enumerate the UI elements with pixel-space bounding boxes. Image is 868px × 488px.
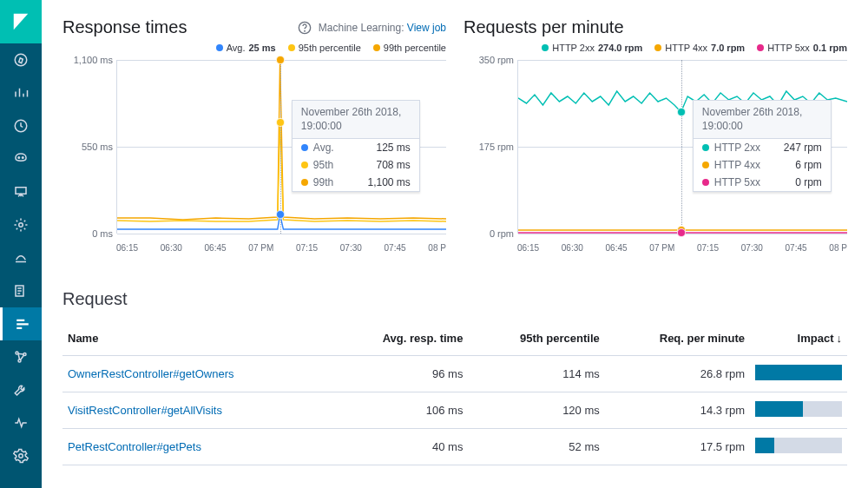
sidebar-item-uptime[interactable]	[0, 406, 42, 439]
sidebar-item-recent[interactable]	[0, 109, 42, 142]
x-tick: 06:15	[116, 243, 138, 253]
chart1-tooltip: November 26th 2018, 19:00:00 Avg.125 ms9…	[292, 100, 420, 192]
cell-avg: 40 ms	[331, 429, 469, 465]
legend-label: HTTP 5xx	[767, 43, 810, 53]
sidebar-item-apm[interactable]	[0, 307, 42, 340]
series-dot	[301, 162, 308, 168]
cell-p95: 114 ms	[468, 356, 604, 392]
col-impact[interactable]: Impact↓	[750, 325, 847, 356]
svg-point-3	[23, 157, 24, 159]
legend-item[interactable]: HTTP 5xx 0.1 rpm	[757, 43, 847, 53]
tooltip-value: 1,100 ms	[351, 176, 411, 188]
x-tick: 07:15	[697, 243, 719, 253]
x-tick: 07:15	[296, 243, 318, 253]
sidebar-item-metrics[interactable]	[0, 241, 42, 274]
legend-item[interactable]: Avg. 25 ms	[216, 43, 276, 53]
main-content: Response times Machine Learning: View jo…	[42, 0, 868, 488]
series-dot	[542, 44, 549, 51]
tooltip-value: 708 ms	[359, 159, 411, 171]
cell-name[interactable]: PetRestController#getPets	[62, 429, 331, 465]
x-tick: 06:30	[161, 243, 182, 253]
chart2-plot[interactable]: November 26th 2018, 19:00:00 HTTP 2xx247…	[517, 60, 847, 234]
sidebar-item-devtools[interactable]	[0, 373, 42, 406]
col-avg[interactable]: Avg. resp. time	[331, 325, 469, 356]
tooltip-label: HTTP 5xx	[714, 176, 760, 188]
chart2-ytick0: 350 rpm	[465, 55, 514, 65]
series-dot	[702, 162, 709, 168]
series-dot	[216, 44, 223, 51]
x-tick: 07:45	[786, 243, 807, 253]
tooltip-value: 0 rpm	[778, 176, 822, 188]
sidebar-item-security[interactable]	[0, 142, 42, 175]
cell-impact	[750, 429, 847, 465]
tooltip-row: HTTP 2xx247 rpm	[694, 139, 831, 156]
tooltip-label: 99th	[313, 176, 333, 188]
tooltip-row: HTTP 5xx0 rpm	[694, 174, 831, 191]
legend-item[interactable]: HTTP 2xx 274.0 rpm	[542, 43, 642, 53]
cell-p95: 52 ms	[468, 429, 604, 465]
chart1-ytick1: 550 ms	[64, 142, 113, 152]
request-table-section: Request Name Avg. resp. time 95th percen…	[62, 289, 847, 465]
tooltip-row: 99th1,100 ms	[293, 174, 419, 191]
cell-name[interactable]: OwnerRestController#getOwners	[62, 356, 331, 392]
sidebar-item-settings[interactable]	[0, 439, 42, 472]
cell-impact	[750, 392, 847, 429]
x-tick: 07:30	[741, 243, 763, 253]
chart1-ytick2: 0 ms	[64, 228, 113, 239]
col-rpm[interactable]: Req. per minute	[605, 325, 750, 356]
sidebar-item-logs[interactable]	[0, 274, 42, 307]
chart2-legend: HTTP 2xx 274.0 rpmHTTP 4xx 7.0 rpmHTTP 5…	[464, 43, 847, 53]
svg-rect-8	[16, 323, 29, 325]
sidebar-item-graph[interactable]	[0, 340, 42, 373]
series-dot	[373, 44, 380, 51]
chart2-tooltip: November 26th 2018, 19:00:00 HTTP 2xx247…	[693, 100, 832, 192]
kibana-logo[interactable]	[0, 0, 42, 43]
legend-label: HTTP 2xx	[552, 43, 595, 53]
series-dot	[301, 179, 308, 186]
sidebar-item-visualize[interactable]	[0, 76, 42, 109]
series-dot	[288, 44, 295, 51]
col-name[interactable]: Name	[62, 325, 331, 356]
legend-value: 25 ms	[248, 43, 275, 53]
x-tick: 07:30	[340, 243, 362, 253]
legend-item[interactable]: 95th percentile	[288, 43, 361, 53]
chart1-plot[interactable]: November 26th 2018, 19:00:00 Avg.125 ms9…	[116, 60, 446, 234]
sidebar-item-canvas[interactable]	[0, 175, 42, 208]
legend-label: Avg.	[227, 43, 246, 53]
svg-rect-7	[16, 320, 24, 321]
svg-rect-9	[16, 327, 22, 329]
chart2-xaxis: 06:1506:3006:4507 PM07:1507:3007:4508 P	[517, 243, 847, 253]
legend-item[interactable]: HTTP 4xx 7.0 rpm	[654, 43, 745, 53]
cell-impact	[750, 356, 847, 392]
col-p95[interactable]: 95th percentile	[468, 325, 604, 356]
tooltip-row: Avg.125 ms	[293, 139, 419, 156]
legend-label: 99th percentile	[384, 43, 446, 53]
x-tick: 06:45	[205, 243, 227, 253]
sort-desc-icon: ↓	[837, 332, 843, 345]
sidebar-item-management-gear[interactable]	[0, 208, 42, 241]
cell-avg: 106 ms	[331, 392, 469, 429]
sidebar	[0, 0, 42, 488]
x-tick: 07 PM	[649, 243, 674, 253]
legend-item[interactable]: 99th percentile	[373, 43, 446, 53]
tooltip-value: 125 ms	[359, 142, 411, 154]
sidebar-item-discover[interactable]	[0, 43, 42, 76]
chart-response-times: Response times Machine Learning: View jo…	[62, 17, 446, 265]
chart-title: Response times	[62, 17, 187, 37]
series-dot	[702, 144, 709, 151]
svg-point-5	[19, 223, 23, 228]
request-table: Name Avg. resp. time 95th percentile Req…	[62, 325, 847, 465]
chart1-xaxis: 06:1506:3006:4507 PM07:1507:3007:4508 P	[116, 243, 446, 253]
legend-value: 274.0 rpm	[598, 43, 642, 53]
chart2-ytick1: 175 rpm	[465, 142, 514, 152]
chart2-ytick2: 0 rpm	[465, 228, 514, 239]
x-tick: 06:45	[606, 243, 628, 253]
chart-rpm: Requests per minute HTTP 2xx 274.0 rpmHT…	[464, 17, 847, 265]
table-row: VisitRestController#getAllVisits106 ms12…	[62, 392, 847, 429]
legend-label: HTTP 4xx	[665, 43, 707, 53]
help-icon[interactable]	[298, 21, 312, 35]
cell-name[interactable]: VisitRestController#getAllVisits	[62, 392, 331, 429]
ml-viewjob-link[interactable]: View job	[407, 22, 446, 34]
legend-label: 95th percentile	[299, 43, 361, 53]
tooltip-label: 95th	[313, 159, 333, 171]
